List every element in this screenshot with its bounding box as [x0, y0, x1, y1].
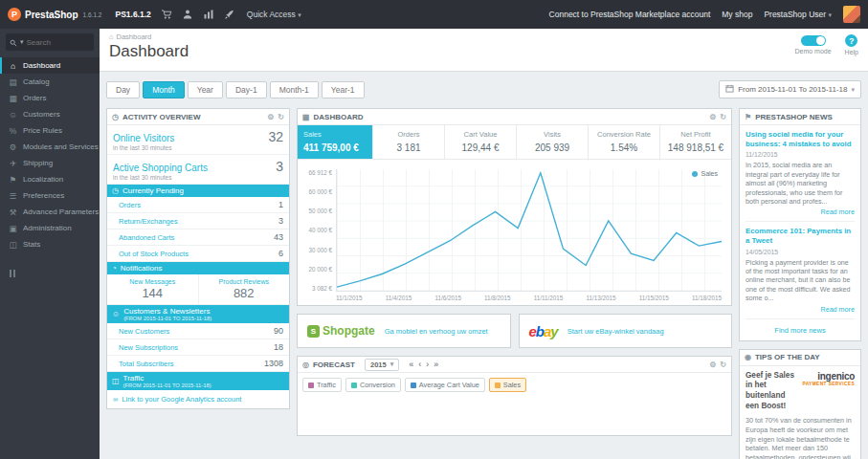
prestashop-logo[interactable]: P PrestaShop 1.6.1.2 [0, 8, 109, 21]
demo-mode-toggle[interactable] [801, 35, 826, 46]
sidebar-item-label: Stats [23, 240, 40, 249]
forecast-icon: ◎ [302, 361, 309, 369]
news-title: PRESTASHOP NEWS [755, 113, 833, 121]
last-year-icon[interactable]: » [434, 360, 438, 369]
forecast-title: FORECAST [313, 361, 355, 369]
chart-legend[interactable]: Sales [692, 170, 718, 177]
metric-net-profit[interactable]: Net Profit 148 918,51 € [659, 125, 731, 159]
prev-year-icon[interactable]: ‹ [418, 360, 421, 369]
preferences-icon: ☰ [8, 191, 18, 201]
row-label[interactable]: Abandoned Carts [119, 233, 174, 242]
sidebar-item-customers[interactable]: ☺ Customers [0, 106, 100, 122]
metric-orders[interactable]: Orders 3 181 [372, 125, 444, 159]
sidebar-item-preferences[interactable]: ☰ Preferences [0, 187, 100, 204]
metric-value: 205 939 [519, 142, 586, 153]
legend-average-cart-value[interactable]: Average Cart Value [405, 378, 485, 392]
gear-icon[interactable]: ⚙ [709, 361, 716, 369]
sidebar-item-modules[interactable]: ⚙ Modules and Services [0, 139, 100, 155]
tips-title: TIPS OF THE DAY [755, 353, 820, 361]
user-avatar[interactable] [843, 6, 860, 23]
row-label[interactable]: Return/Exchanges [119, 217, 178, 226]
sidebar-item-localization[interactable]: ⚑ Localization [0, 171, 100, 187]
customer-icon[interactable] [182, 9, 193, 20]
tab-year[interactable]: Year [188, 81, 223, 98]
refresh-icon[interactable]: ↻ [278, 113, 284, 121]
rocket-icon[interactable] [224, 9, 235, 20]
metric-tiles: Sales 411 759,00 € Orders 3 181 Cart Val… [298, 125, 731, 160]
read-more-link[interactable]: Read more [746, 305, 855, 314]
tab-year-1[interactable]: Year-1 [322, 81, 365, 98]
news-icon: ⚑ [745, 113, 751, 121]
customers-row-new-customers: New Customers 90 [107, 323, 289, 339]
sidebar-item-shipping[interactable]: ✈ Shipping [0, 155, 100, 171]
stats-icon-topbar[interactable] [203, 9, 214, 20]
next-year-icon[interactable]: › [426, 360, 429, 369]
tab-day-1[interactable]: Day-1 [226, 81, 267, 98]
sidebar-item-label: Modules and Services [23, 142, 99, 151]
read-more-link[interactable]: Read more [746, 208, 855, 216]
sidebar-item-price-rules[interactable]: % Price Rules [0, 122, 100, 139]
sales-dot-icon [495, 382, 501, 388]
gear-icon[interactable]: ⚙ [267, 113, 274, 121]
google-analytics-link[interactable]: ∞ Link to your Google Analytics account [107, 390, 289, 408]
gear-icon[interactable]: ⚙ [709, 113, 716, 121]
quick-access-menu[interactable]: Quick Access ▾ [247, 10, 301, 19]
product-reviews-stat[interactable]: Product Reviews 882 [198, 274, 290, 304]
row-label[interactable]: Out of Stock Products [119, 250, 189, 258]
brand-version: 1.6.1.2 [83, 11, 102, 18]
legend-conversion[interactable]: Conversion [345, 378, 401, 392]
row-value: 43 [274, 232, 283, 242]
news-article-headline[interactable]: Using social media for your business: 4 … [746, 130, 855, 148]
legend-traffic[interactable]: Traffic [302, 378, 342, 392]
sidebar-item-advanced-parameters[interactable]: ⚒ Advanced Parameters [0, 204, 100, 220]
tab-month-1[interactable]: Month-1 [270, 81, 319, 98]
sidebar-collapse-button[interactable] [10, 270, 100, 277]
metric-sales[interactable]: Sales 411 759,00 € [298, 125, 372, 159]
shop-name[interactable]: PS1.6.1.2 [115, 10, 150, 19]
metric-cart-value[interactable]: Cart Value 129,44 € [444, 125, 516, 159]
chart-plot-area[interactable]: Sales [336, 169, 722, 292]
tab-day[interactable]: Day [106, 81, 140, 98]
sales-legend-dot-icon [692, 171, 698, 177]
demo-mode-control: Demo mode [794, 33, 831, 55]
cart-icon[interactable] [161, 9, 172, 20]
row-label[interactable]: Orders [119, 201, 141, 209]
sidebar-item-catalog[interactable]: ▤ Catalog [0, 74, 100, 90]
news-article-date: 11/12/2015 [746, 151, 855, 158]
kpi-label[interactable]: Active Shopping Carts [113, 163, 208, 173]
ebay-promo-link[interactable]: Start uw eBay-winkel vandaag [568, 327, 664, 336]
row-label[interactable]: New Customers [119, 327, 169, 336]
forecast-year-select[interactable]: 2015 ▾ [365, 359, 399, 371]
marketplace-connect-link[interactable]: Connect to PrestaShop Marketplace accoun… [549, 10, 711, 19]
sidebar-item-dashboard[interactable]: ⌂ Dashboard [0, 57, 100, 74]
tab-month[interactable]: Month [143, 81, 185, 98]
date-range-picker[interactable]: From 2015-11-01 To 2015-11-18 ▾ [719, 80, 861, 98]
legend-sales[interactable]: Sales [489, 378, 526, 392]
help-icon[interactable]: ? [845, 34, 857, 47]
sidebar-search[interactable]: ▾ [6, 33, 94, 51]
sidebar-item-stats[interactable]: ◫ Stats [0, 236, 100, 252]
sidebar-item-orders[interactable]: ▦ Orders [0, 90, 100, 106]
new-messages-stat[interactable]: New Messages 144 [107, 274, 198, 304]
refresh-icon[interactable]: ↻ [720, 361, 726, 369]
search-input[interactable] [27, 38, 80, 47]
search-scope-chevron-icon[interactable]: ▾ [20, 38, 24, 46]
metric-conversion-rate[interactable]: Conversion Rate 1.54% [588, 125, 659, 159]
find-more-news-link[interactable]: Find more news [746, 324, 855, 336]
my-shop-link[interactable]: My shop [722, 10, 752, 19]
row-label[interactable]: Total Subscribers [119, 360, 174, 368]
user-menu[interactable]: PrestaShop User ▾ [764, 10, 832, 19]
shopgate-promo-link[interactable]: Ga mobiel en verhoog uw omzet [385, 327, 488, 336]
first-year-icon[interactable]: « [409, 360, 413, 369]
sidebar-item-administration[interactable]: ▣ Administration [0, 220, 100, 236]
activity-overview-panel: ◷ ACTIVITY OVERVIEW ⚙ ↻ Online Visitors … [106, 108, 290, 409]
page-title: Dashboard [109, 42, 858, 61]
kpi-label[interactable]: Online Visitors [113, 133, 174, 143]
metric-visits[interactable]: Visits 205 939 [516, 125, 588, 159]
row-label[interactable]: New Subscriptions [119, 343, 178, 352]
row-value: 90 [274, 326, 283, 336]
refresh-icon[interactable]: ↻ [720, 113, 726, 121]
header-subtitle: (FROM 2015-11-01 TO 2015-11-18) [123, 382, 211, 388]
forecast-panel: ◎ FORECAST 2015 ▾ « ‹ › » ⚙ [297, 356, 732, 436]
news-article-headline[interactable]: Ecommerce 101: Payments in a Tweet [746, 227, 855, 245]
